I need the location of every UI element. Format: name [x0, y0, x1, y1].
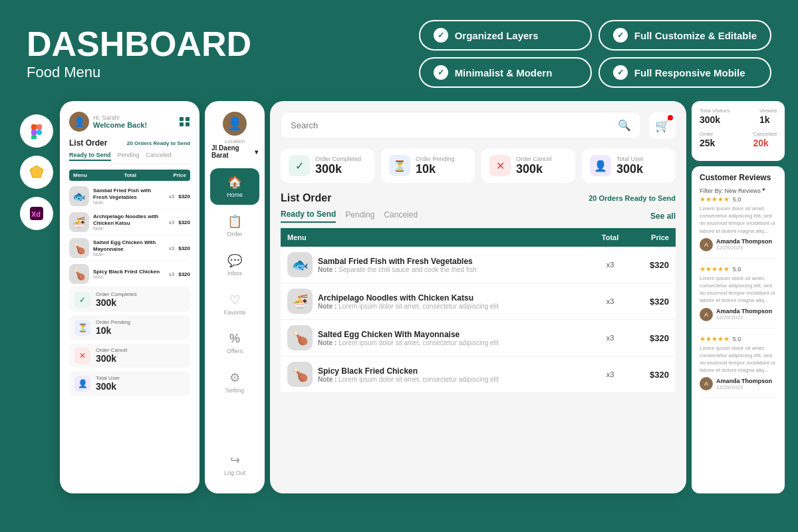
- stat-info-pending: Order Pending 10k: [96, 319, 130, 336]
- right-stats: Total Visitors 300k Viewed 1k Order 25k …: [692, 101, 785, 161]
- sidebar-item-offers[interactable]: % Offers: [205, 325, 265, 361]
- table-cell-food-4: 🍗 Spicy Black Fried Chicken Note : Lorem…: [281, 356, 589, 393]
- stat-icon-completed: ✓: [74, 292, 90, 308]
- tab-canceled[interactable]: Canceled: [384, 210, 418, 222]
- badge-organized-layers-label: Organized Layers: [455, 30, 539, 41]
- badge-minimalist-label: Minimalist & Modern: [455, 67, 553, 78]
- review-stars-2: ★★★★★ 5.0: [700, 265, 777, 273]
- right-panel: Total Visitors 300k Viewed 1k Order 25k …: [692, 101, 785, 493]
- stat-icon-pending: ⏳: [74, 320, 90, 336]
- grid-menu-icon[interactable]: [180, 117, 190, 126]
- review-user-info-1: Amanda Thompson 12/29/2023: [716, 238, 772, 251]
- food-details-1: Sambal Fried Fish with Fresh Vegetables …: [318, 257, 476, 273]
- food-info-2: Archipelago Noodles with Chicken Katsu N…: [93, 213, 165, 231]
- table-cell-price-1: $320: [631, 247, 676, 283]
- badge-responsive-label: Full Responsive Mobile: [634, 67, 745, 78]
- mobile-tab-pending[interactable]: Pending: [118, 152, 140, 161]
- nav-user-area: 👤 Location Jl Daeng Barat ▾: [205, 112, 265, 159]
- stat-card-pending: ⏳ Order Pending 10k: [381, 148, 475, 183]
- right-stat-row-2: Order 25k Cancelled 20k: [700, 131, 777, 149]
- stat-card-info-user: Total User 300k: [616, 156, 644, 176]
- mobile-header: 👤 Hi, Sarah! Welcome Back!: [69, 112, 190, 132]
- mobile-tab-canceled[interactable]: Canceled: [146, 152, 172, 161]
- review-stars-3: ★★★★★ 5.0: [700, 335, 777, 342]
- mobile-mockup: 👤 Hi, Sarah! Welcome Back! List Order 20…: [60, 101, 200, 493]
- search-bar[interactable]: 🔍: [281, 112, 641, 139]
- badge-check-icon-4: ✓: [613, 65, 628, 80]
- food-thumb-1: 🐟: [287, 252, 313, 277]
- stat-icon-cancel: ✕: [74, 348, 90, 364]
- sidebar-item-order[interactable]: 📋 Order: [205, 207, 265, 244]
- reviews-panel: Customer Reviews Filter By: New Reviews …: [692, 166, 785, 493]
- sidebar-item-inbox[interactable]: 💬 Inbox: [205, 247, 265, 283]
- review-user-3: A Amanda Thompson 12/29/2023: [700, 377, 777, 390]
- stat-info-user: Total User 300k: [96, 375, 120, 392]
- xd-icon[interactable]: Xd: [20, 197, 53, 230]
- food-image-3: 🍗: [69, 238, 89, 258]
- badge-customize: ✓ Full Customize & Editable: [598, 20, 771, 51]
- tab-pending[interactable]: Pending: [345, 210, 374, 222]
- sidebar-item-home[interactable]: 🏠 Home: [210, 168, 259, 205]
- page-header: DASHBOARD Food Menu ✓ Organized Layers ✓…: [0, 0, 798, 101]
- sidebar-item-favorite-label: Favorite: [224, 309, 246, 316]
- search-icon: 🔍: [618, 119, 631, 132]
- right-stat-cancelled: Cancelled 20k: [753, 131, 777, 149]
- stat-card-icon-cancel: ✕: [489, 155, 511, 176]
- right-stat-row-1: Total Visitors 300k Viewed 1k: [700, 108, 777, 126]
- review-stars-1: ★★★★★ 5.0: [700, 196, 777, 203]
- sidebar-item-inbox-label: Inbox: [227, 270, 242, 277]
- cart-button[interactable]: 🛒: [649, 112, 676, 139]
- food-thumb-2: 🍜: [287, 289, 313, 314]
- reviews-filter[interactable]: Filter By: New Reviews ▾: [700, 186, 777, 196]
- nav-avatar: 👤: [223, 112, 247, 136]
- badge-responsive: ✓ Full Responsive Mobile: [598, 57, 771, 88]
- logout-button[interactable]: ↪ Log Out: [224, 446, 245, 483]
- svg-point-4: [37, 130, 42, 135]
- mobile-list-title: List Order: [69, 138, 107, 148]
- th-total: Total: [589, 228, 630, 247]
- dashboard-main: 🔍 🛒 ✓ Order Completed 300k ⏳ Order Pendi…: [270, 101, 686, 493]
- see-all-button[interactable]: See all: [650, 211, 676, 221]
- mobile-stat-cancel: ✕ Order Cancel 300k: [69, 343, 190, 368]
- review-text-3: Lorem ipsum dolor sit amet, consectetur …: [700, 344, 777, 374]
- table-cell-qty-4: x3: [589, 356, 630, 393]
- search-input[interactable]: [291, 120, 612, 130]
- review-avatar-1: A: [700, 238, 713, 251]
- right-stat-viewed: Viewed 1k: [759, 108, 777, 126]
- setting-icon: ⚙: [229, 370, 240, 385]
- food-details-3: Salted Egg Chicken With Mayonnaise Note …: [318, 330, 499, 346]
- list-order-title: List Order: [281, 192, 331, 204]
- table-cell-food-1: 🐟 Sambal Fried Fish with Fresh Vegetable…: [281, 247, 589, 283]
- svg-rect-0: [31, 124, 37, 130]
- home-icon: 🏠: [227, 175, 242, 190]
- table-row: 🍗 Salted Egg Chicken With Mayonnaise Not…: [281, 320, 676, 356]
- review-user-2: A Amanda Thompson 12/29/2023: [700, 308, 777, 321]
- stat-card-completed: ✓ Order Completed 300k: [281, 148, 374, 183]
- reviews-title: Customer Reviews: [700, 173, 771, 182]
- stat-icon-user: 👤: [74, 376, 90, 392]
- food-image-1: 🐟: [69, 186, 89, 206]
- sidebar-item-favorite[interactable]: ♡ Favorite: [205, 286, 265, 323]
- sketch-icon[interactable]: [20, 156, 53, 189]
- mobile-welcome: Welcome Back!: [93, 121, 147, 129]
- list-order-badge: 20 Orders Ready to Send: [589, 194, 676, 202]
- stat-card-icon-pending: ⏳: [389, 155, 410, 176]
- tab-ready-to-send[interactable]: Ready to Send: [281, 209, 336, 223]
- food-image-4: 🍗: [69, 264, 89, 284]
- food-image-2: 🍜: [69, 212, 89, 232]
- th-price: Price: [631, 228, 676, 247]
- review-user-info-2: Amanda Thompson 12/29/2023: [716, 308, 772, 321]
- stat-card-icon-completed: ✓: [289, 155, 310, 176]
- review-item-1: ★★★★★ 5.0 Lorem ipsum dolor sit amet, co…: [700, 196, 777, 259]
- figma-icon[interactable]: [20, 114, 53, 148]
- food-info-4: Spicy Black Fried Chicken Note:: [93, 269, 165, 280]
- stat-card-info-cancel: Order Cancel 300k: [516, 156, 552, 176]
- reviews-header: Customer Reviews: [700, 173, 777, 182]
- mobile-tab-ready[interactable]: Ready to Send: [69, 152, 111, 161]
- food-thumb-3: 🍗: [287, 325, 313, 350]
- header-title-group: DASHBOARD Food Menu: [27, 27, 251, 81]
- sidebar-item-setting[interactable]: ⚙ Setting: [205, 364, 265, 400]
- mobile-greeting: Hi, Sarah!: [93, 114, 147, 121]
- food-details-2: Archipelago Noodles with Chicken Katsu N…: [318, 293, 499, 310]
- badge-check-icon-3: ✓: [434, 65, 448, 80]
